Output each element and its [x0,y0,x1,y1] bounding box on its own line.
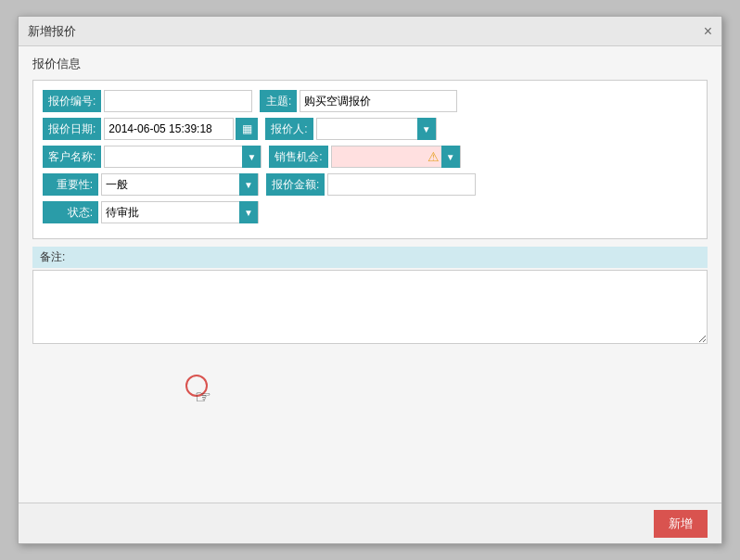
customer-dropdown-btn[interactable]: ▼ [242,146,261,168]
form-row-3: 客户名称: ▼ 销售机会: ⚠ ▼ [43,146,697,168]
alert-icon: ⚠ [427,149,440,164]
add-button[interactable]: 新增 [654,510,708,538]
amount-label: 报价金额: [266,173,325,196]
section-title: 报价信息 [32,56,708,72]
opportunity-select: ⚠ ▼ [331,146,461,168]
date-input-wrap: ▦ [104,118,258,140]
importance-dropdown-btn[interactable]: ▼ [239,173,258,196]
chevron-down-icon-2: ▼ [247,152,256,162]
form-container: 报价编号: 主题: 报价日期: ▦ 报价人: ▼ [32,80,708,239]
empty-area: ☞ [32,347,708,421]
status-value: 待审批 [102,203,239,223]
chevron-down-icon-5: ▼ [244,208,253,218]
dialog-titlebar: 新增报价 × [19,17,721,46]
form-row-4: 重要性: 一般 ▼ 报价金额: [43,173,697,196]
customer-value [105,155,242,159]
opportunity-dropdown-btn[interactable]: ▼ [441,146,460,168]
quoter-select: ▼ [316,118,437,140]
status-select: 待审批 ▼ [101,201,259,223]
dialog-body: 报价信息 报价编号: 主题: 报价日期: ▦ 报价人: [19,46,721,503]
quote-number-input[interactable] [104,90,252,112]
status-dropdown-btn[interactable]: ▼ [239,201,258,223]
quoter-label: 报价人: [265,118,313,140]
form-row-2: 报价日期: ▦ 报价人: ▼ [43,118,697,140]
chevron-down-icon: ▼ [422,124,431,134]
remark-textarea[interactable] [32,270,708,344]
calendar-button[interactable]: ▦ [236,118,258,140]
remark-label: 备注: [32,247,708,268]
customer-select: ▼ [104,146,262,168]
remark-section: 备注: [32,247,708,347]
hand-icon: ☞ [195,386,211,408]
cursor-indicator: ☞ [185,375,213,405]
importance-label: 重要性: [43,173,98,196]
quote-number-label: 报价编号: [43,90,101,112]
chevron-down-icon-3: ▼ [446,152,455,162]
subject-label: 主题: [260,90,297,112]
dialog-title: 新增报价 [28,23,76,40]
opportunity-label: 销售机会: [269,146,327,168]
quote-date-label: 报价日期: [43,118,101,140]
customer-label: 客户名称: [43,146,101,168]
form-row-5: 状态: 待审批 ▼ [43,201,697,223]
calendar-icon: ▦ [242,122,252,135]
chevron-down-icon-4: ▼ [244,180,253,190]
quoter-value [317,127,417,131]
form-row-1: 报价编号: 主题: [43,90,697,112]
importance-value: 一般 [102,175,239,195]
subject-input[interactable] [300,90,457,112]
quoter-dropdown-btn[interactable]: ▼ [417,118,436,140]
dialog-footer: 新增 [19,503,721,543]
opportunity-value [332,155,426,159]
quote-date-input[interactable] [104,118,234,140]
amount-input[interactable] [327,173,476,196]
close-button[interactable]: × [704,24,712,39]
importance-select: 一般 ▼ [101,173,259,196]
new-quote-dialog: 新增报价 × 报价信息 报价编号: 主题: 报价日期: ▦ [18,16,722,544]
status-label: 状态: [43,201,98,223]
